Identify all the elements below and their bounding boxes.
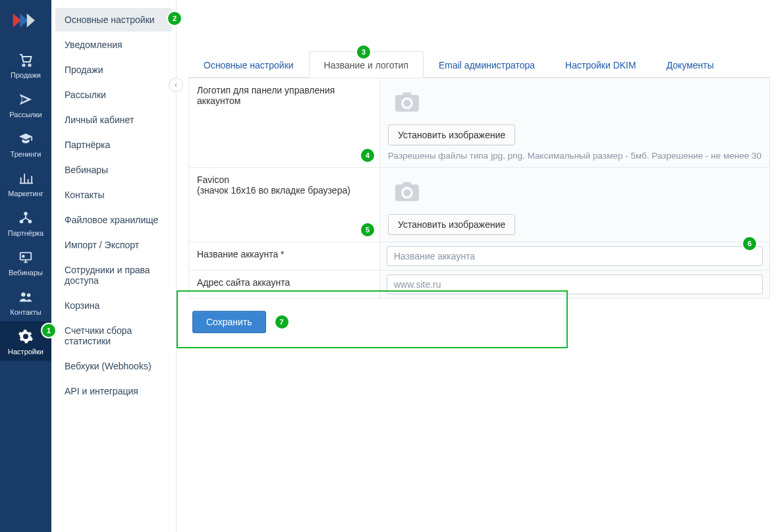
nav-label: Партнёрка [0,229,51,237]
nav-label: Продажи [0,71,51,79]
submenu-mailings[interactable]: Рассылки [55,83,172,107]
tab-bar: Основные настройки Название и логотип 3 … [188,51,770,78]
tour-badge-4: 4 [361,149,374,162]
row-site-url-label: Адрес сайта аккаунта [189,271,380,299]
logo-hint: Разрешены файлы типа jpg, png. Максималь… [388,151,761,161]
tour-badge-3: 3 [357,45,370,59]
cart-icon [0,51,51,68]
nav-mailings[interactable]: Рассылки [0,84,51,124]
tour-badge-2: 2 [168,12,181,25]
svg-point-2 [24,212,28,216]
account-name-input[interactable] [387,246,763,266]
svg-point-1 [28,64,30,66]
nav-sales[interactable]: Продажи [0,45,51,84]
tab-general[interactable]: Основные настройки [188,51,309,78]
nav-label: Контакты [0,308,51,316]
submenu-label: Основные настройки [65,14,155,25]
presentation-icon [0,249,51,266]
submenu-contacts[interactable]: Контакты [55,183,172,207]
row-account-name-label: Название аккаунта * [189,242,380,271]
submenu-analytics-counters[interactable]: Счетчики сбора статистики [55,319,172,353]
tour-badge-7: 7 [275,315,289,329]
submenu-trash[interactable]: Корзина [55,294,172,317]
tab-name-logo[interactable]: Название и логотип 3 [309,51,424,78]
row-favicon-label: Favicon (значок 16x16 во вкладке браузер… [189,168,380,242]
tour-badge-6: 6 [743,237,756,250]
submenu-import-export[interactable]: Импорт / Экспорт [55,233,172,257]
nav-contacts[interactable]: Контакты [0,282,51,321]
row-logo-label: Логотип для панели управления аккаунтом … [189,78,380,168]
nav-label: Настройки [0,348,51,356]
tour-badge-5: 5 [361,223,374,236]
submenu-sales[interactable]: Продажи [55,58,172,82]
site-url-input[interactable] [387,275,763,294]
logo-preview [391,89,424,115]
app-logo [12,11,40,33]
nav-settings[interactable]: Настройки 1 [0,321,51,361]
camera-icon [393,180,422,203]
submenu-notifications[interactable]: Уведомления [55,33,172,57]
camera-icon [393,90,422,114]
submenu-partner[interactable]: Партнёрка [55,133,172,157]
row-favicon-control: Установить изображение [379,168,769,242]
svg-point-8 [27,294,31,298]
users-icon [0,288,51,306]
save-button[interactable]: Сохранить [192,311,266,333]
tab-admin-email[interactable]: Email администратора [424,51,550,78]
svg-point-7 [21,292,25,296]
paper-plane-icon [0,91,51,108]
submenu-files[interactable]: Файловое хранилище [55,208,172,232]
submenu-cabinet[interactable]: Личный кабинет [55,108,172,132]
svg-point-0 [22,64,24,66]
nav-trainings[interactable]: Тренинги [0,124,51,163]
favicon-preview [391,178,424,205]
nav-webinars[interactable]: Вебинары [0,242,51,282]
tab-label: Название и логотип [324,60,408,70]
nav-sidebar: Продажи Рассылки Тренинги Маркетинг Парт… [0,0,51,532]
set-logo-button[interactable]: Установить изображение [388,124,515,146]
main-content: Основные настройки Название и логотип 3 … [177,0,770,532]
graduation-cap-icon [0,130,51,147]
nav-label: Вебинары [0,269,51,277]
nav-partner[interactable]: Партнёрка [0,203,51,242]
tour-badge-1: 1 [42,324,55,337]
row-account-name-control: 6 [379,242,769,271]
tab-dkim[interactable]: Настройки DKIM [550,51,651,78]
set-favicon-button[interactable]: Установить изображение [388,214,515,235]
settings-form: Логотип для панели управления аккаунтом … [188,78,770,299]
row-site-url-control [379,271,769,299]
nav-label: Маркетинг [0,190,51,198]
nav-label: Рассылки [0,111,51,119]
submenu-general[interactable]: Основные настройки 2 [55,8,172,32]
nav-marketing[interactable]: Маркетинг [0,163,51,203]
submenu-staff[interactable]: Сотрудники и права доступа [55,258,172,292]
hierarchy-icon [0,209,51,226]
submenu-webinars[interactable]: Вебинары [55,158,172,182]
nav-label: Тренинги [0,150,51,158]
tab-documents[interactable]: Документы [651,51,729,78]
chart-icon [0,170,51,187]
settings-submenu: Основные настройки 2 Уведомления Продажи… [51,0,177,532]
submenu-webhooks[interactable]: Вебхуки (Webhooks) [55,354,172,378]
submenu-api[interactable]: API и интеграция [55,379,172,403]
row-logo-control: Установить изображение Разрешены файлы т… [379,78,769,168]
svg-point-6 [22,255,24,257]
